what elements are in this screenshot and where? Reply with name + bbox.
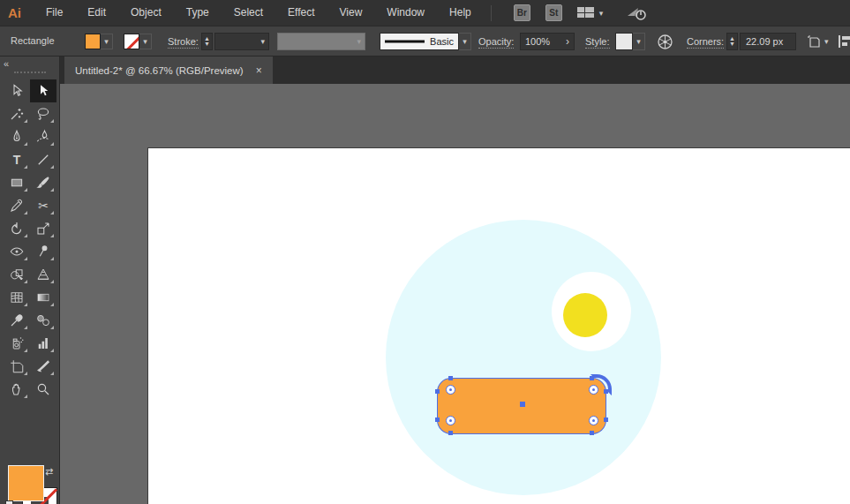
anchor-point[interactable] (448, 431, 453, 435)
center-point-handle[interactable] (520, 402, 525, 407)
fill-color-swatch[interactable] (85, 34, 101, 49)
corner-radius-widget[interactable] (446, 385, 455, 395)
stroke-weight-label[interactable]: Stroke: (168, 36, 199, 49)
scale-tool[interactable] (30, 217, 56, 240)
chevron-down-icon: ▾ (636, 37, 641, 46)
slice-tool[interactable] (30, 355, 56, 378)
close-tab-icon[interactable]: × (256, 64, 262, 77)
width-tool[interactable] (4, 240, 30, 263)
perspective-grid-tool[interactable] (30, 263, 56, 286)
type-tool[interactable]: T (4, 148, 30, 171)
chevron-down-icon: ▾ (824, 37, 829, 46)
symbol-sprayer-tool[interactable] (4, 332, 30, 355)
stock-button[interactable]: St (545, 4, 562, 21)
scissors-tool[interactable]: ✂ (30, 194, 56, 217)
sky-circle-shape[interactable] (386, 220, 661, 495)
selected-object-label: Rectangle (11, 35, 55, 46)
chevron-down-icon: ▾ (357, 37, 361, 46)
align-panel-partial-icon[interactable] (839, 34, 850, 49)
document-icon (806, 34, 822, 49)
stroke-weight-field[interactable]: ▾ (214, 33, 269, 50)
selection-tool[interactable] (30, 79, 56, 102)
default-fill-stroke-icon[interactable] (5, 500, 19, 504)
paintbrush-tool[interactable] (30, 171, 56, 194)
column-graph-tool[interactable] (30, 332, 56, 355)
fill-color-dropdown[interactable]: ▾ (101, 34, 113, 49)
stepper-down-icon[interactable]: ▼ (729, 41, 735, 47)
shape-builder-tool[interactable] (4, 263, 30, 286)
stepper-down-icon[interactable]: ▼ (204, 41, 210, 47)
corners-value-field[interactable]: 22.09 px (740, 33, 796, 50)
corner-radius-widget[interactable] (589, 416, 598, 425)
anchor-point[interactable] (604, 417, 608, 422)
graphic-style-swatch[interactable] (615, 33, 633, 50)
opacity-field[interactable]: 100% › (520, 33, 575, 50)
width-profile-dropdown: ▾ (277, 33, 365, 50)
illustrator-window: Ai File Edit Object Type Select Effect V… (0, 0, 850, 504)
mesh-tool[interactable] (4, 286, 30, 309)
fill-swatch[interactable] (8, 465, 44, 501)
corners-value: 22.09 px (746, 36, 783, 47)
stroke-color-swatch[interactable] (124, 34, 139, 49)
menu-window[interactable]: Window (374, 0, 437, 26)
swap-fill-stroke-icon[interactable]: ⇄ (45, 466, 53, 478)
chevron-down-icon: ▾ (599, 9, 604, 18)
chevron-down-icon: ▾ (260, 37, 265, 46)
tools-panel: « T (0, 56, 60, 504)
workspace-switcher[interactable]: ▾ (577, 7, 604, 19)
line-segment-tool[interactable] (30, 148, 56, 171)
curvature-tool[interactable] (30, 125, 56, 148)
bridge-button[interactable]: Br (514, 4, 530, 21)
chevron-down-icon: ▾ (143, 37, 147, 46)
corners-stepper[interactable]: ▲ ▼ (726, 33, 738, 50)
anchor-point[interactable] (435, 417, 440, 422)
anchor-point[interactable] (435, 389, 440, 394)
artboard-tool[interactable] (4, 355, 30, 378)
control-bar: Rectangle ▾ ▾ Stroke: ▲ ▼ ▾ ▾ Basic ▾ O (0, 26, 850, 56)
shaper-tool[interactable] (4, 194, 30, 217)
opacity-label[interactable]: Opacity: (478, 36, 514, 49)
gradient-tool[interactable] (30, 286, 56, 309)
corners-label[interactable]: Corners: (687, 36, 724, 49)
panel-drag-grip[interactable] (14, 71, 46, 73)
anchor-point[interactable] (590, 431, 594, 435)
stroke-color-dropdown[interactable]: ▾ (139, 34, 152, 49)
lasso-tool[interactable] (30, 102, 56, 125)
menu-help[interactable]: Help (437, 0, 484, 26)
menu-object[interactable]: Object (118, 0, 174, 26)
sun-circle-shape[interactable] (563, 293, 607, 337)
stroke-weight-stepper[interactable]: ▲ ▼ (201, 33, 213, 50)
document-setup-button[interactable]: ▾ (806, 34, 829, 49)
anchor-point[interactable] (448, 376, 453, 380)
rotate-tool[interactable] (4, 217, 30, 240)
brush-name: Basic (430, 36, 454, 47)
menu-file[interactable]: File (34, 0, 75, 26)
recolor-artwork-icon[interactable] (658, 34, 673, 49)
eyedropper-tool[interactable] (4, 309, 30, 332)
menu-type[interactable]: Type (174, 0, 222, 26)
style-label[interactable]: Style: (585, 36, 610, 49)
brush-dropdown[interactable]: ▾ (459, 33, 471, 50)
menu-edit[interactable]: Edit (75, 0, 118, 26)
menu-select[interactable]: Select (222, 0, 275, 26)
pen-tool[interactable] (4, 125, 30, 148)
corner-radius-widget[interactable] (446, 416, 455, 425)
collapse-panel-icon[interactable]: « (4, 58, 9, 69)
graphic-style-dropdown[interactable]: ▾ (633, 33, 645, 50)
puppet-warp-tool[interactable] (30, 240, 56, 263)
brush-definition-field[interactable]: Basic (380, 33, 459, 50)
menu-effect[interactable]: Effect (275, 0, 327, 26)
blend-tool[interactable] (30, 309, 56, 332)
magic-wand-tool[interactable] (4, 102, 30, 125)
direct-selection-tool[interactable] (4, 79, 30, 102)
zoom-tool[interactable] (30, 378, 56, 401)
opacity-value: 100% (525, 36, 550, 47)
share-sync-button[interactable] (626, 5, 647, 21)
fill-stroke-controls: ⇄ (0, 463, 60, 504)
rectangle-tool[interactable] (4, 171, 30, 194)
canvas-pasteboard[interactable] (60, 84, 850, 504)
document-tab[interactable]: Untitled-2* @ 66.67% (RGB/Preview) × (64, 56, 273, 84)
hand-tool[interactable] (4, 378, 30, 401)
menu-view[interactable]: View (327, 0, 375, 26)
opacity-menu-arrow-icon[interactable]: › (566, 35, 569, 48)
